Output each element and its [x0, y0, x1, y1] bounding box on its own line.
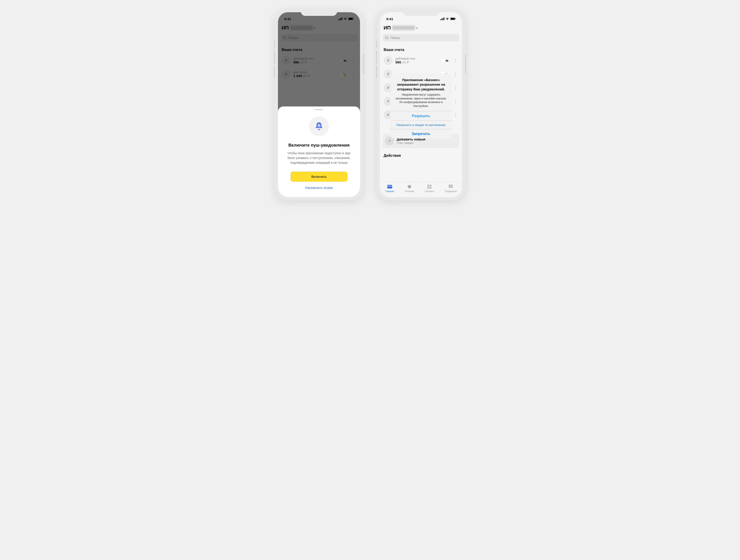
- account-header[interactable]: ИП ›: [380, 23, 462, 32]
- tab-payments[interactable]: Платежи: [405, 184, 414, 193]
- home-icon: [387, 184, 392, 189]
- payments-icon: [407, 184, 412, 189]
- ios-permission-alert: Приложение «Бизнес» запрашивает разрешен…: [390, 74, 452, 138]
- actions-section-title: Действия: [380, 150, 462, 158]
- svg-rect-13: [444, 17, 444, 20]
- svg-rect-15: [451, 18, 455, 20]
- more-icon[interactable]: ⋮: [453, 71, 458, 78]
- svg-rect-11: [441, 19, 442, 20]
- status-time: 9:41: [386, 17, 393, 21]
- support-icon: [448, 184, 453, 189]
- account-name: рублевый счет: [395, 57, 438, 60]
- header-name-blur: [392, 26, 415, 30]
- alert-deny-button[interactable]: Запретить: [390, 129, 452, 138]
- chevron-right-icon: ›: [416, 26, 418, 30]
- search-input[interactable]: Поиск: [383, 34, 459, 41]
- more-icon[interactable]: ⋮: [453, 98, 458, 105]
- svg-line-18: [387, 38, 388, 39]
- header-prefix: ИП: [384, 25, 391, 31]
- tab-services[interactable]: Сервисы: [425, 184, 434, 193]
- remind-later-button[interactable]: Напомнить позже: [305, 186, 333, 190]
- more-icon[interactable]: ⋮: [453, 111, 458, 118]
- alert-message: Уведомления могут содержать напоминания,…: [394, 93, 448, 108]
- tab-support[interactable]: Поддержка: [445, 184, 457, 193]
- svg-rect-20: [387, 186, 392, 187]
- sheet-handle[interactable]: [315, 109, 323, 110]
- more-icon[interactable]: ⋮: [453, 84, 458, 91]
- svg-point-22: [409, 186, 410, 187]
- svg-rect-25: [427, 187, 429, 189]
- search-icon: [385, 36, 389, 40]
- svg-rect-10: [440, 19, 441, 20]
- svg-rect-26: [430, 187, 432, 189]
- alert-title: Приложение «Бизнес» запрашивает разрешен…: [394, 78, 448, 92]
- bell-icon: [309, 116, 329, 136]
- svg-rect-28: [450, 186, 452, 187]
- svg-rect-12: [443, 18, 443, 20]
- enable-button[interactable]: Включить: [290, 172, 347, 182]
- status-icons: [440, 17, 456, 20]
- phone-right: 9:41 ИП › Поиск Ваши счета ₽: [377, 9, 465, 200]
- svg-point-17: [385, 36, 388, 38]
- search-placeholder: Поиск: [390, 36, 400, 40]
- accounts-section-title: Ваши счета: [380, 44, 462, 54]
- add-subtitle: Счет, кредит: [397, 141, 425, 144]
- account-row[interactable]: ₽ рублевый счет 590,48 ₽ ⋮: [380, 54, 462, 67]
- svg-rect-23: [427, 185, 429, 187]
- status-bar: 9:41: [380, 12, 462, 23]
- phone-left: 9:41 ИП › Поиск Ваши счета ₽: [275, 9, 363, 200]
- svg-rect-24: [430, 185, 432, 187]
- alert-allow-summary-button[interactable]: Разрешить в сводке по расписанию: [390, 120, 452, 129]
- alert-allow-button[interactable]: Разрешить: [390, 111, 452, 120]
- ruble-icon: ₽: [384, 56, 393, 65]
- push-sheet: Включите пуш-уведомления Чтобы пока прил…: [278, 106, 360, 197]
- sheet-description: Чтобы пока приложение недоступно в App S…: [283, 151, 355, 165]
- services-icon: [427, 184, 432, 189]
- more-icon[interactable]: ⋮: [453, 57, 458, 64]
- sheet-title: Включите пуш-уведомления: [283, 143, 355, 148]
- tab-home[interactable]: Главная: [385, 184, 394, 193]
- svg-rect-16: [455, 18, 456, 19]
- svg-rect-19: [387, 185, 392, 189]
- tab-bar: Главная Платежи Сервисы Поддержка: [380, 182, 462, 197]
- card-badge[interactable]: [441, 59, 450, 63]
